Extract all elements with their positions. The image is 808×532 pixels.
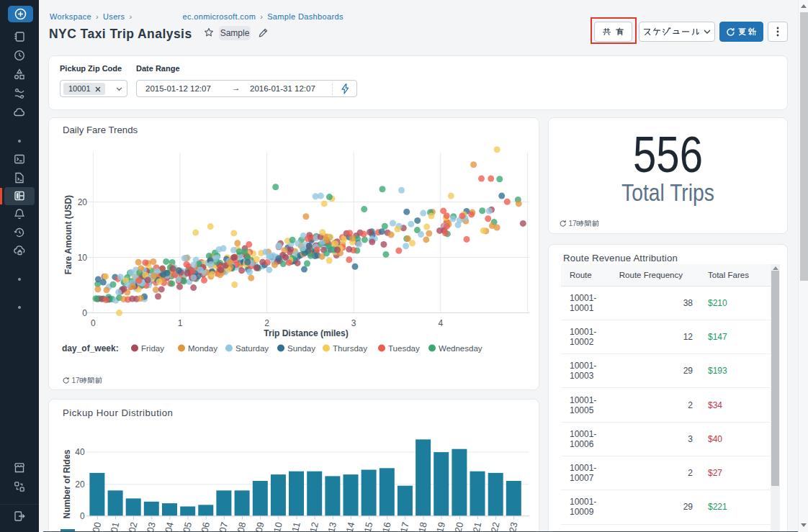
svg-text:Tuesday: Tuesday bbox=[388, 344, 420, 353]
svg-text:Saturday: Saturday bbox=[235, 344, 269, 353]
svg-text:Number of Rides: Number of Rides bbox=[62, 449, 72, 518]
svg-text:Wednesday: Wednesday bbox=[439, 344, 482, 353]
svg-text:0: 0 bbox=[80, 511, 85, 521]
svg-text:0: 0 bbox=[91, 318, 96, 328]
svg-text:10: 10 bbox=[78, 253, 88, 263]
svg-text:Trip Distance (miles): Trip Distance (miles) bbox=[264, 328, 348, 338]
svg-text:1: 1 bbox=[178, 318, 183, 328]
svg-text:Friday: Friday bbox=[141, 344, 164, 353]
svg-text:Thursday: Thursday bbox=[333, 344, 367, 353]
svg-text:0: 0 bbox=[82, 308, 87, 318]
svg-text:2: 2 bbox=[264, 318, 269, 328]
svg-text:17: 17 bbox=[72, 377, 81, 384]
svg-text:day_of_week:: day_of_week: bbox=[62, 343, 119, 353]
svg-text:17: 17 bbox=[569, 220, 578, 227]
svg-text:Sunday: Sunday bbox=[287, 344, 315, 353]
svg-text:Fare Amount (USD): Fare Amount (USD) bbox=[63, 195, 73, 274]
svg-text:3: 3 bbox=[351, 318, 356, 328]
svg-text:20: 20 bbox=[78, 197, 88, 207]
svg-text:4: 4 bbox=[438, 318, 443, 328]
svg-text:40: 40 bbox=[75, 447, 85, 457]
svg-text:Monday: Monday bbox=[188, 344, 217, 353]
svg-text:20: 20 bbox=[75, 479, 85, 490]
